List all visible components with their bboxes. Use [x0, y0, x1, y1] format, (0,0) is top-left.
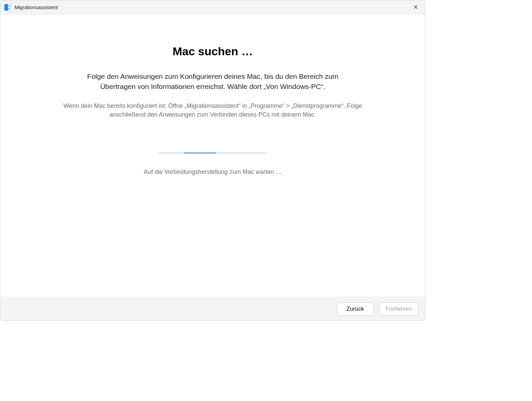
svg-rect-1 — [8, 4, 11, 11]
titlebar-left: Migrationsassistent — [4, 4, 58, 11]
page-heading: Mac suchen … — [173, 45, 253, 58]
primary-instruction-text: Folge den Anweisungen zum Konfigurieren … — [75, 71, 351, 92]
close-button[interactable] — [410, 2, 421, 13]
secondary-instruction-text: Wenn dein Mac bereits konfiguriert ist: … — [61, 101, 364, 119]
continue-button: Fortfahren — [379, 302, 418, 316]
footer: Zurück Fortfahren — [0, 297, 425, 320]
progress-bar — [159, 153, 267, 153]
svg-point-2 — [6, 5, 6, 6]
main-content: Mac suchen … Folge den Anweisungen zum K… — [0, 14, 425, 297]
back-button[interactable]: Zurück — [337, 302, 374, 316]
progress-indicator — [184, 153, 216, 153]
window-title: Migrationsassistent — [14, 4, 58, 10]
finder-icon — [4, 4, 11, 11]
status-text: Auf die Verbindungsherstellung zum Mac w… — [144, 168, 282, 176]
titlebar: Migrationsassistent — [0, 0, 425, 14]
close-icon — [414, 4, 418, 10]
svg-point-3 — [9, 5, 10, 6]
